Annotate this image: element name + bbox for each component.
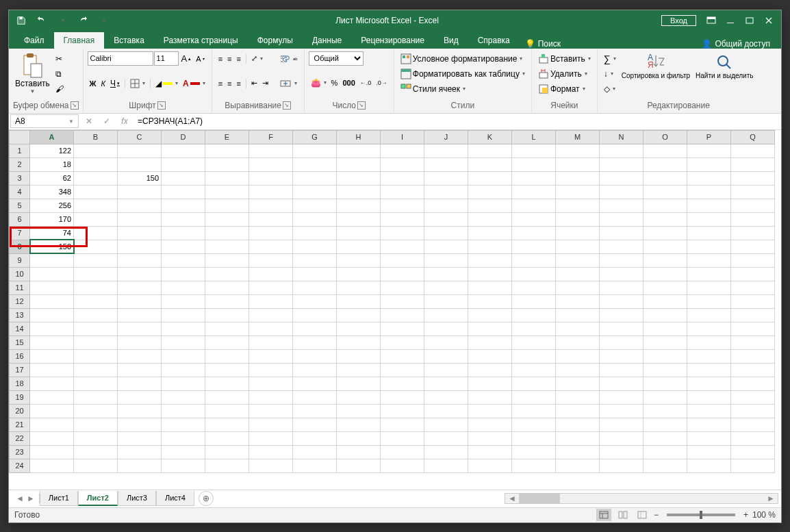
cell-B10[interactable] [74,267,118,281]
font-dialog-launcher[interactable]: ↘ [157,101,166,110]
cell-C5[interactable] [118,199,162,212]
cell-F11[interactable] [249,281,293,294]
cell-E18[interactable] [205,377,249,390]
cell-E7[interactable] [205,226,249,240]
cell-N9[interactable] [600,253,644,267]
cell-J16[interactable] [424,349,468,363]
cell-M11[interactable] [556,281,600,294]
row-header-11[interactable]: 11 [10,281,30,294]
cell-P1[interactable] [687,144,731,157]
cell-A7[interactable]: 74 [30,226,74,240]
align-bottom-button[interactable]: ≡ [235,51,243,66]
cell-H15[interactable] [337,335,381,349]
number-format-select[interactable]: Общий [309,51,364,66]
close-button[interactable] [759,12,778,29]
col-header-A[interactable]: A [30,130,74,144]
cell-Q24[interactable] [731,459,775,472]
percent-button[interactable]: % [329,75,340,90]
cell-C13[interactable] [118,308,162,322]
cell-B21[interactable] [74,418,118,431]
cell-C18[interactable] [118,377,162,390]
cell-I10[interactable] [381,267,424,281]
row-header-1[interactable]: 1 [10,144,30,157]
cell-G18[interactable] [293,377,337,390]
cell-F10[interactable] [249,267,293,281]
cell-G14[interactable] [293,322,337,335]
cell-L24[interactable] [512,459,556,472]
cell-L8[interactable] [512,240,556,253]
decrease-decimal-button[interactable]: .0→ [374,75,390,90]
cell-I13[interactable] [381,308,424,322]
cell-C2[interactable] [118,157,162,171]
cell-P23[interactable] [687,445,731,459]
enter-formula-button[interactable]: ✓ [98,116,116,126]
cell-N6[interactable] [600,212,644,226]
cell-C17[interactable] [118,363,162,377]
cell-J1[interactable] [424,144,468,157]
cell-K2[interactable] [468,157,512,171]
cell-F24[interactable] [249,459,293,472]
cell-D3[interactable] [162,171,205,185]
delete-cells-button[interactable]: Удалить [536,66,593,81]
cell-P13[interactable] [687,308,731,322]
cell-I17[interactable] [381,363,424,377]
cell-N18[interactable] [600,377,644,390]
cell-Q22[interactable] [731,431,775,445]
cell-E22[interactable] [205,431,249,445]
cell-Q11[interactable] [731,281,775,294]
cell-O10[interactable] [644,267,687,281]
cell-I22[interactable] [381,431,424,445]
cell-N21[interactable] [600,418,644,431]
cell-G16[interactable] [293,349,337,363]
cell-F12[interactable] [249,294,293,308]
cell-D2[interactable] [162,157,205,171]
cell-Q23[interactable] [731,445,775,459]
cell-P3[interactable] [687,171,731,185]
tab-formulas[interactable]: Формулы [248,32,303,49]
cell-N23[interactable] [600,445,644,459]
cell-B6[interactable] [74,212,118,226]
cell-Q17[interactable] [731,363,775,377]
cell-N16[interactable] [600,349,644,363]
cell-D13[interactable] [162,308,205,322]
cell-G8[interactable] [293,240,337,253]
cell-O21[interactable] [644,418,687,431]
cell-O3[interactable] [644,171,687,185]
cell-J6[interactable] [424,212,468,226]
comma-button[interactable]: 000 [340,75,357,90]
row-header-22[interactable]: 22 [10,431,30,445]
row-header-18[interactable]: 18 [10,377,30,390]
cell-A4[interactable]: 348 [30,185,74,199]
cell-Q5[interactable] [731,199,775,212]
col-header-E[interactable]: E [205,130,249,144]
row-header-8[interactable]: 8 [10,240,30,253]
cell-I2[interactable] [381,157,424,171]
cell-A19[interactable] [30,390,74,404]
cell-D20[interactable] [162,404,205,418]
cell-G20[interactable] [293,404,337,418]
cell-H17[interactable] [337,363,381,377]
col-header-C[interactable]: C [118,130,162,144]
cell-G17[interactable] [293,363,337,377]
col-header-G[interactable]: G [293,130,337,144]
cell-D7[interactable] [162,226,205,240]
cell-G21[interactable] [293,418,337,431]
cell-C15[interactable] [118,335,162,349]
cell-C23[interactable] [118,445,162,459]
cell-B16[interactable] [74,349,118,363]
cell-B3[interactable] [74,171,118,185]
cell-E11[interactable] [205,281,249,294]
cell-E15[interactable] [205,335,249,349]
cell-M6[interactable] [556,212,600,226]
cell-B18[interactable] [74,377,118,390]
cell-E16[interactable] [205,349,249,363]
cell-O9[interactable] [644,253,687,267]
cell-B24[interactable] [74,459,118,472]
cell-E6[interactable] [205,212,249,226]
cell-I4[interactable] [381,185,424,199]
cell-A21[interactable] [30,418,74,431]
cell-C11[interactable] [118,281,162,294]
row-header-15[interactable]: 15 [10,335,30,349]
cell-H18[interactable] [337,377,381,390]
format-as-table-button[interactable]: Форматировать как таблицу [398,66,527,81]
